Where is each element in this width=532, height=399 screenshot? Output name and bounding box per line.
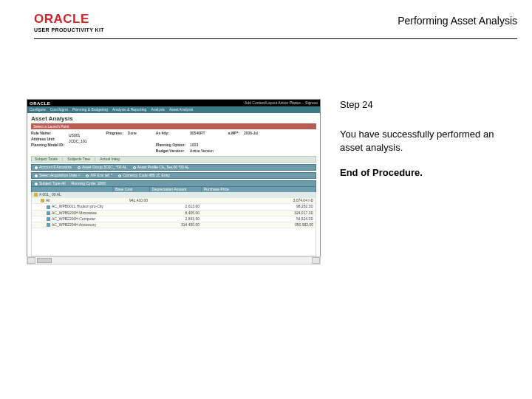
app-screenshot: ORACLE Add Content/Layout Action Places…… (27, 99, 321, 257)
row-cell: 54,524.3D (202, 216, 316, 222)
row-cell (150, 192, 202, 197)
field-label: Progress: (106, 132, 123, 135)
crumb-item: Cost Mgmt (50, 108, 68, 112)
end-of-procedure: End of Procedure. (340, 167, 510, 178)
table-row: AC_WPB2204H Accessory 314 450.00 950,582… (31, 222, 316, 228)
filter-item: A/F Env ref: * (90, 174, 112, 177)
row-label: AC_WPB0011 Hudson pro-City (52, 204, 103, 208)
row-cell (202, 192, 316, 197)
step-label: Step 24 (340, 99, 510, 110)
shot-filter-bar: Select Acquisition Date < A/F Env ref: *… (31, 172, 316, 179)
field-value: 2006-Jul (244, 132, 258, 135)
shot-breadcrumb: Configure Cost Mgmt Planning & Budgeting… (27, 106, 320, 113)
scroll-right-button[interactable] (312, 257, 320, 264)
instruction-body: You have successfully performed an asset… (340, 128, 510, 154)
row-cell (113, 192, 150, 197)
crumb-item: Analysis & Reporting (112, 108, 146, 112)
scroll-left-button[interactable] (27, 257, 35, 264)
table-row: AC_WPB0011 Hudson pro-City 2,613.60 98,2… (31, 204, 316, 210)
row-cell (150, 198, 202, 203)
row-label: AC_WPB2200H Computer (52, 216, 95, 221)
table-row: All 941,410.00 3,074.04 I-D (31, 198, 316, 204)
row-cell: 2,843.50 (150, 216, 202, 222)
field-label: Budget Version: (156, 149, 185, 153)
row-cell (113, 216, 150, 222)
scroll-thumb[interactable] (37, 258, 52, 263)
field-value: Active Version (190, 149, 214, 153)
crumb-item: Analysis (151, 108, 165, 112)
field-value: 30540RT (190, 132, 214, 135)
horizontal-scrollbar[interactable] (27, 256, 321, 265)
expand-icon (41, 199, 44, 202)
shot-help-button: Select a Launch Point (31, 125, 72, 129)
shot-filter-bar: Subject Type All Running Cycle: 1000 (31, 180, 316, 187)
row-cell (113, 204, 150, 209)
filter-item: Asset Group 3C0C_ *00 AL (82, 166, 127, 169)
field-label: a.MP*: (228, 132, 239, 135)
crumb-item: Asset Analysis (169, 108, 193, 112)
table-row: AC_WPB2200H Computer 2,843.50 54,524.3D (31, 216, 316, 222)
filter-item: Subject Type All (39, 182, 66, 185)
doc-icon (47, 211, 50, 215)
field-value: 1003 (190, 143, 214, 147)
grid-col: Depreciation Amount (150, 187, 202, 192)
row-cell: 8,405.00 (150, 211, 202, 216)
row-cell: 98,282.3D (202, 204, 316, 209)
field-label: Address Unit: (31, 137, 64, 141)
row-label: All (46, 198, 50, 202)
radio-icon (35, 183, 38, 185)
row-cell (113, 222, 150, 228)
grid-col (32, 187, 113, 192)
row-cell: 941,410.00 (113, 198, 150, 203)
row-cell (113, 211, 150, 216)
row-label: AC_WPB9200H Microwave (52, 211, 97, 215)
crumb-item: Configure (30, 108, 46, 112)
row-cell: 3,074.04 I-D (202, 198, 316, 203)
header-divider (34, 38, 517, 39)
row-label: A 001_ 00 AL (39, 192, 61, 197)
filter-item: Currency Code 489 JC Entry (123, 174, 170, 177)
table-row: AC_WPB9200H Microwave 8,405.00 324,017.3… (31, 211, 316, 216)
row-cell: 324,017.3D (202, 211, 316, 216)
expand-icon (34, 193, 38, 197)
grid-header: Base Cost Depreciation Amount Purchase P… (31, 187, 316, 192)
doc-icon (47, 205, 50, 209)
radio-icon (118, 174, 121, 177)
row-cell: 314 450.00 (150, 222, 202, 228)
doc-icon (47, 223, 50, 227)
shot-top-links: Add Content/Layout Action Places… Signou… (245, 101, 318, 105)
crumb-item: Planning & Budgeting (72, 108, 108, 112)
shot-tabs: Subject Totals| Subjects Tree| Actual In… (31, 156, 316, 163)
tab-item: Subjects Tree (67, 157, 90, 161)
table-row: A 001_ 00 AL (31, 192, 316, 198)
doc-title: Performing Asset Analysis (398, 15, 517, 27)
row-label: AC_WPB2204H Accessory (52, 222, 96, 227)
radio-icon (78, 166, 81, 169)
filter-item: Asset Profile CA_Tea.00 *00 AL (137, 166, 189, 169)
field-label: As #dy: (156, 132, 185, 135)
row-cell: 950,582.00 (202, 222, 316, 228)
radio-icon (35, 174, 38, 177)
oracle-logo: ORACLE (34, 12, 104, 27)
radio-icon (86, 174, 89, 177)
tab-item: Subject Totals (35, 157, 58, 161)
row-cell: 2,613.60 (150, 204, 202, 209)
grid-col: Base Cost (113, 187, 150, 192)
filter-item: Account 0 Accounts (39, 166, 72, 169)
field-value: JCDC_101 (69, 140, 86, 143)
filter-item: Running Cycle: 1000 (72, 182, 106, 185)
grid-col: Purchase Price (202, 187, 316, 192)
field-label: Planning Model ID: (31, 143, 64, 147)
field-label: Rule Name: (31, 132, 64, 135)
shot-logo: ORACLE (30, 101, 50, 106)
field-label: Planning Option: (156, 143, 185, 147)
radio-icon (35, 166, 38, 169)
filter-item: Select Acquisition Date < (39, 174, 80, 177)
field-value: Done (128, 132, 137, 135)
radio-icon (133, 166, 136, 169)
shot-filter-bar: Account 0 Accounts Asset Group 3C0C_ *00… (31, 164, 316, 171)
upk-subtitle: USER PRODUCTIVITY KIT (34, 27, 104, 33)
shot-page-title: Asset Analysis (27, 113, 320, 123)
tab-item: Actual Integ (100, 157, 119, 161)
doc-icon (47, 217, 50, 221)
